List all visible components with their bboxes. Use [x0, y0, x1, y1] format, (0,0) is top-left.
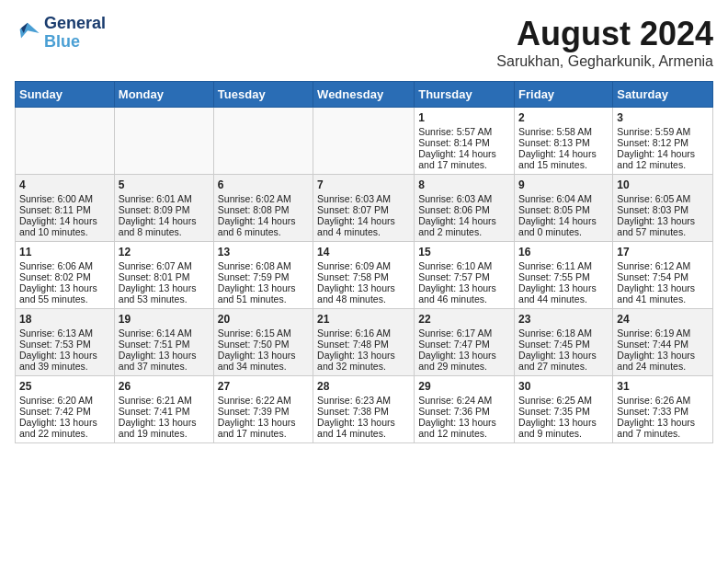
day-number: 4: [19, 178, 110, 191]
day-detail: Sunset: 7:57 PM: [418, 271, 510, 282]
calendar-cell: 26Sunrise: 6:21 AMSunset: 7:41 PMDayligh…: [114, 376, 213, 443]
day-detail: Sunset: 7:42 PM: [19, 406, 110, 417]
day-detail: Sunrise: 6:26 AM: [617, 395, 709, 406]
day-number: 17: [617, 246, 709, 259]
day-detail: Sunset: 7:48 PM: [317, 339, 410, 350]
day-detail: Sunrise: 5:58 AM: [518, 126, 609, 137]
day-detail: and 29 minutes.: [418, 361, 510, 372]
day-detail: Daylight: 13 hours: [119, 350, 210, 361]
day-detail: Sunset: 8:05 PM: [518, 204, 609, 215]
day-detail: Daylight: 13 hours: [317, 417, 410, 428]
day-detail: Sunrise: 5:59 AM: [617, 126, 709, 137]
day-number: 13: [218, 246, 309, 259]
day-detail: Daylight: 13 hours: [617, 282, 709, 293]
weekday-header-thursday: Thursday: [415, 82, 515, 108]
location: Sarukhan, Gegharkunik, Armenia: [496, 53, 713, 70]
day-detail: Sunset: 7:53 PM: [19, 339, 110, 350]
day-detail: Sunset: 8:03 PM: [617, 204, 709, 215]
day-detail: Sunset: 7:58 PM: [317, 271, 410, 282]
day-detail: Sunrise: 6:01 AM: [119, 193, 210, 204]
day-detail: Sunset: 7:55 PM: [518, 271, 609, 282]
day-number: 22: [418, 313, 510, 326]
month-title: August 2024: [496, 15, 713, 53]
logo-icon: [15, 20, 40, 46]
day-number: 18: [19, 313, 110, 326]
day-detail: and 51 minutes.: [218, 293, 309, 304]
day-detail: Sunrise: 6:23 AM: [317, 395, 410, 406]
day-detail: Sunrise: 6:00 AM: [19, 193, 110, 204]
day-detail: Daylight: 13 hours: [317, 350, 410, 361]
calendar-cell: 25Sunrise: 6:20 AMSunset: 7:42 PMDayligh…: [16, 376, 115, 443]
calendar-cell: 31Sunrise: 6:26 AMSunset: 7:33 PMDayligh…: [613, 376, 713, 443]
day-detail: and 39 minutes.: [19, 361, 110, 372]
day-number: 11: [19, 246, 110, 259]
day-number: 12: [119, 246, 210, 259]
day-detail: Sunrise: 6:25 AM: [518, 395, 609, 406]
calendar-cell: 20Sunrise: 6:15 AMSunset: 7:50 PMDayligh…: [213, 309, 313, 376]
page-header: General Blue August 2024 Sarukhan, Gegha…: [15, 15, 713, 70]
day-detail: Sunrise: 6:09 AM: [317, 260, 410, 271]
day-detail: Sunrise: 6:13 AM: [19, 327, 110, 339]
day-detail: and 12 minutes.: [418, 428, 510, 439]
calendar-cell: 4Sunrise: 6:00 AMSunset: 8:11 PMDaylight…: [16, 175, 115, 242]
day-detail: Sunrise: 6:15 AM: [218, 327, 309, 339]
day-detail: and 9 minutes.: [518, 428, 609, 439]
day-number: 19: [119, 313, 210, 326]
day-detail: Daylight: 14 hours: [617, 148, 709, 159]
calendar-table: SundayMondayTuesdayWednesdayThursdayFrid…: [15, 81, 713, 443]
day-number: 6: [218, 178, 309, 191]
day-detail: Daylight: 13 hours: [518, 282, 609, 293]
calendar-week-2: 4Sunrise: 6:00 AMSunset: 8:11 PMDaylight…: [16, 175, 713, 242]
day-detail: Sunset: 8:12 PM: [617, 137, 709, 148]
calendar-cell: 15Sunrise: 6:10 AMSunset: 7:57 PMDayligh…: [415, 242, 515, 309]
day-number: 20: [218, 313, 309, 326]
day-detail: Daylight: 14 hours: [218, 215, 309, 226]
day-detail: Sunrise: 6:03 AM: [418, 193, 510, 204]
day-detail: Sunrise: 6:22 AM: [218, 395, 309, 406]
day-number: 27: [218, 380, 309, 393]
day-detail: Daylight: 13 hours: [119, 417, 210, 428]
calendar-cell: 1Sunrise: 5:57 AMSunset: 8:14 PMDaylight…: [415, 108, 515, 175]
calendar-cell: 18Sunrise: 6:13 AMSunset: 7:53 PMDayligh…: [16, 309, 115, 376]
day-detail: and 57 minutes.: [617, 226, 709, 237]
day-detail: and 48 minutes.: [317, 293, 410, 304]
day-number: 31: [617, 380, 709, 393]
day-detail: and 0 minutes.: [518, 226, 609, 237]
day-number: 24: [617, 313, 709, 326]
day-detail: Sunrise: 6:05 AM: [617, 193, 709, 204]
day-detail: Sunset: 7:35 PM: [518, 406, 609, 417]
calendar-cell: 2Sunrise: 5:58 AMSunset: 8:13 PMDaylight…: [515, 108, 613, 175]
day-number: 3: [617, 111, 709, 124]
day-detail: and 14 minutes.: [317, 428, 410, 439]
day-detail: Sunset: 8:02 PM: [19, 271, 110, 282]
day-detail: Daylight: 14 hours: [418, 148, 510, 159]
calendar-cell: 22Sunrise: 6:17 AMSunset: 7:47 PMDayligh…: [415, 309, 515, 376]
day-detail: and 6 minutes.: [218, 226, 309, 237]
calendar-cell: 29Sunrise: 6:24 AMSunset: 7:36 PMDayligh…: [415, 376, 515, 443]
day-detail: Daylight: 14 hours: [119, 215, 210, 226]
day-detail: Sunrise: 6:11 AM: [518, 260, 609, 271]
day-detail: and 27 minutes.: [518, 361, 609, 372]
weekday-header-saturday: Saturday: [613, 82, 713, 108]
day-detail: Sunset: 7:36 PM: [418, 406, 510, 417]
logo-line1: General: [44, 15, 106, 33]
day-detail: Sunrise: 6:10 AM: [418, 260, 510, 271]
day-number: 29: [418, 380, 510, 393]
day-detail: Sunset: 8:13 PM: [518, 137, 609, 148]
day-detail: Daylight: 14 hours: [317, 215, 410, 226]
day-detail: Sunset: 8:01 PM: [119, 271, 210, 282]
logo-line2: Blue: [44, 32, 80, 51]
day-detail: Daylight: 13 hours: [19, 350, 110, 361]
title-block: August 2024 Sarukhan, Gegharkunik, Armen…: [496, 15, 713, 70]
day-number: 15: [418, 246, 510, 259]
calendar-cell: 30Sunrise: 6:25 AMSunset: 7:35 PMDayligh…: [515, 376, 613, 443]
day-detail: Daylight: 13 hours: [418, 417, 510, 428]
day-detail: Daylight: 13 hours: [617, 417, 709, 428]
calendar-cell: 23Sunrise: 6:18 AMSunset: 7:45 PMDayligh…: [515, 309, 613, 376]
day-detail: and 32 minutes.: [317, 361, 410, 372]
day-detail: Sunset: 8:11 PM: [19, 204, 110, 215]
calendar-cell: 3Sunrise: 5:59 AMSunset: 8:12 PMDaylight…: [613, 108, 713, 175]
day-detail: Sunrise: 6:20 AM: [19, 395, 110, 406]
day-number: 9: [518, 178, 609, 191]
day-detail: Sunrise: 6:08 AM: [218, 260, 309, 271]
